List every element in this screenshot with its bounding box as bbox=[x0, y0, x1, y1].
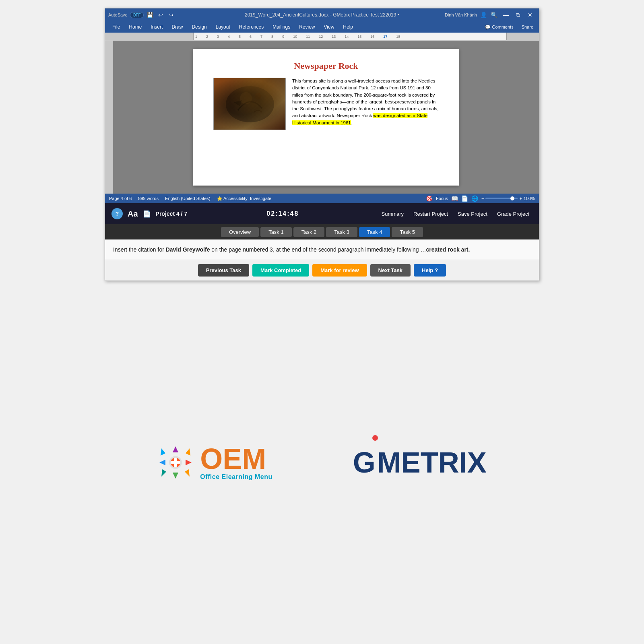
summary-button[interactable]: Summary bbox=[378, 209, 407, 219]
tab-task2[interactable]: Task 2 bbox=[293, 227, 325, 237]
svg-marker-5 bbox=[186, 448, 190, 456]
project-label: Project 4 / 7 bbox=[156, 211, 188, 217]
svg-rect-15 bbox=[171, 461, 180, 464]
zoom-level: 100% bbox=[524, 196, 535, 201]
ruler-mark: 3 bbox=[217, 35, 219, 39]
close-button[interactable]: ✕ bbox=[524, 9, 536, 21]
language-info: English (United States) bbox=[165, 196, 211, 201]
ribbon-tab-insert[interactable]: Insert bbox=[147, 23, 167, 31]
zoom-thumb bbox=[510, 196, 514, 200]
document-page: Newspaper Rock bbox=[193, 49, 459, 186]
gmetrix-g: G bbox=[353, 448, 376, 477]
task-desc-part1: Insert the citation for bbox=[113, 246, 166, 253]
status-bar-right: 🎯 Focus 📖 📄 🌐 − + 100% bbox=[426, 195, 535, 202]
ribbon-tab-help[interactable]: Help bbox=[339, 23, 357, 31]
redo-icon[interactable]: ↪ bbox=[167, 11, 175, 19]
tab-task1[interactable]: Task 1 bbox=[260, 227, 292, 237]
accessibility-info[interactable]: ⭐ Accessibility: Investigate bbox=[217, 196, 272, 201]
zoom-slider[interactable] bbox=[485, 198, 518, 199]
document-with-ruler: Newspaper Rock bbox=[105, 41, 539, 194]
ruler-mark: 2 bbox=[206, 35, 208, 39]
newspaper-rock-image bbox=[213, 78, 286, 130]
gmetrix-logo: G METRIX bbox=[353, 448, 487, 477]
svg-marker-9 bbox=[161, 469, 166, 477]
ribbon-tab-mailings[interactable]: Mailings bbox=[268, 23, 294, 31]
oem-icon bbox=[157, 444, 194, 481]
oem-logo: OEM Office Elearning Menu bbox=[157, 444, 272, 481]
oem-main-text: OEM bbox=[200, 444, 272, 473]
ribbon-tab-design[interactable]: Design bbox=[188, 23, 211, 31]
status-bar: Page 4 of 6 899 words English (United St… bbox=[105, 194, 539, 203]
help-button[interactable]: Help ? bbox=[414, 264, 446, 277]
next-task-button[interactable]: Next Task bbox=[370, 264, 411, 277]
ruler: 1 2 3 4 5 6 7 8 9 10 11 12 13 14 15 16 1… bbox=[105, 33, 539, 41]
ribbon-tab-view[interactable]: View bbox=[320, 23, 339, 31]
gmetrix-actions: Summary Restart Project Save Project Gra… bbox=[378, 209, 533, 219]
document-area: Newspaper Rock bbox=[113, 41, 539, 194]
print-layout-icon[interactable]: 📄 bbox=[461, 195, 468, 202]
read-mode-icon[interactable]: 📖 bbox=[451, 195, 458, 202]
help-icon: ? bbox=[435, 267, 438, 273]
logos-area: OEM Office Elearning Menu G METRIX bbox=[157, 281, 486, 644]
title-bar: AutoSave OFF 💾 ↩ ↪ 2019_Word_204_Ancient… bbox=[105, 8, 539, 21]
oem-text-block: OEM Office Elearning Menu bbox=[200, 444, 272, 481]
restart-project-button[interactable]: Restart Project bbox=[410, 209, 451, 219]
ribbon-right: 💬 Comments Share bbox=[483, 24, 536, 31]
tab-task5[interactable]: Task 5 bbox=[392, 227, 423, 237]
zoom-out-icon[interactable]: − bbox=[481, 196, 484, 201]
ruler-mark: 11 bbox=[306, 35, 310, 39]
autosave-label: AutoSave bbox=[108, 12, 128, 17]
ribbon-tab-draw[interactable]: Draw bbox=[167, 23, 187, 31]
zoom-bar: − + 100% bbox=[481, 196, 535, 201]
save-project-button[interactable]: Save Project bbox=[454, 209, 491, 219]
autosave-toggle[interactable]: OFF bbox=[130, 12, 144, 18]
ribbon-tab-references[interactable]: References bbox=[235, 23, 268, 31]
svg-marker-11 bbox=[161, 448, 165, 456]
tab-task4[interactable]: Task 4 bbox=[359, 227, 390, 237]
svg-point-1 bbox=[226, 86, 274, 122]
gmetrix-bar-left: ? Aa 📄 Project 4 / 7 bbox=[111, 208, 187, 219]
undo-icon[interactable]: ↩ bbox=[157, 11, 165, 19]
search-icon[interactable]: 🔍 bbox=[490, 11, 498, 19]
tab-task3[interactable]: Task 3 bbox=[326, 227, 357, 237]
mark-review-button[interactable]: Mark for review bbox=[312, 264, 367, 277]
ruler-mark: 6 bbox=[250, 35, 252, 39]
ruler-mark: 5 bbox=[239, 35, 241, 39]
gmetrix-bar: ? Aa 📄 Project 4 / 7 02:14:48 Summary Re… bbox=[105, 203, 539, 224]
vertical-ruler bbox=[105, 41, 113, 194]
ruler-mark: 4 bbox=[228, 35, 230, 39]
document-title: Newspaper Rock bbox=[213, 61, 439, 71]
ruler-mark: 17 bbox=[383, 35, 387, 39]
comments-button[interactable]: 💬 Comments bbox=[483, 24, 516, 31]
ribbon-tab-file[interactable]: File bbox=[108, 23, 124, 31]
ruler-mark: 14 bbox=[345, 35, 349, 39]
ribbon-tab-layout[interactable]: Layout bbox=[212, 23, 234, 31]
ruler-mark: 15 bbox=[357, 35, 361, 39]
title-bar-right: Đinh Văn Khánh 👤 🔍 — ⧉ ✕ bbox=[429, 9, 536, 21]
focus-button[interactable]: 🎯 bbox=[426, 195, 433, 202]
mark-completed-button[interactable]: Mark Completed bbox=[252, 264, 309, 277]
previous-task-button[interactable]: Previous Task bbox=[198, 264, 249, 277]
ribbon-tab-review[interactable]: Review bbox=[295, 23, 319, 31]
main-wrapper: AutoSave OFF 💾 ↩ ↪ 2019_Word_204_Ancient… bbox=[0, 0, 644, 644]
task-desc-bold1: David Greywolfe bbox=[166, 246, 210, 253]
svg-point-3 bbox=[255, 93, 261, 99]
focus-label[interactable]: Focus bbox=[436, 196, 448, 201]
minimize-button[interactable]: — bbox=[500, 9, 512, 21]
ruler-mark: 10 bbox=[293, 35, 297, 39]
svg-marker-4 bbox=[173, 446, 178, 452]
save-icon[interactable]: 💾 bbox=[146, 11, 154, 19]
grade-project-button[interactable]: Grade Project bbox=[494, 209, 533, 219]
restore-button[interactable]: ⧉ bbox=[512, 9, 524, 21]
ribbon-tab-home[interactable]: Home bbox=[125, 23, 146, 31]
help-circle-icon[interactable]: ? bbox=[111, 208, 123, 219]
gmetrix-rest: METRIX bbox=[377, 448, 487, 477]
zoom-in-icon[interactable]: + bbox=[519, 196, 522, 201]
ribbon: File Home Insert Draw Design Layout Refe… bbox=[105, 21, 539, 33]
tab-overview[interactable]: Overview bbox=[221, 227, 259, 237]
svg-marker-8 bbox=[173, 473, 178, 479]
share-button[interactable]: Share bbox=[519, 24, 536, 30]
page-info: Page 4 of 6 bbox=[109, 196, 132, 201]
ruler-mark: 18 bbox=[396, 35, 400, 39]
web-layout-icon[interactable]: 🌐 bbox=[471, 195, 478, 202]
